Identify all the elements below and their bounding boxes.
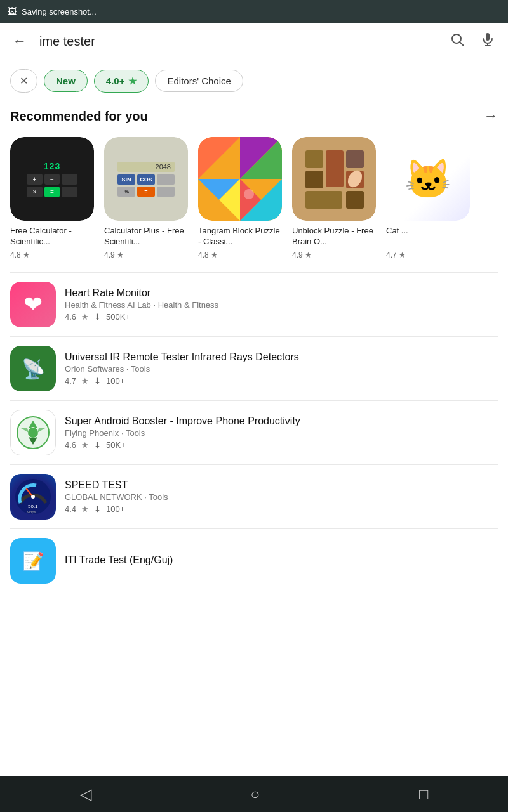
app-card-calculator-plus[interactable]: 2048 SIN COS % = Calculator Plus - Free … [99, 132, 193, 262]
filter-chips: ✕ New 4.0+ ★ Editors' Choice [0, 60, 508, 102]
svg-rect-2 [486, 33, 490, 41]
horizontal-app-list: 123 + − × = Free Calculator - Scientific… [0, 129, 508, 272]
svg-text:50.1: 50.1 [28, 504, 38, 509]
empty-btn2 [157, 187, 175, 197]
svg-rect-19 [305, 191, 342, 209]
svg-line-1 [460, 43, 464, 46]
iti-emoji: 📝 [22, 551, 44, 572]
card-rating-cat: 4.7 ★ [386, 251, 470, 259]
speed-icon: 50.1 Mbps [10, 474, 56, 520]
card-rating-tangram: 4.8 ★ [198, 251, 282, 259]
svg-text:Mbps: Mbps [27, 510, 36, 514]
star-icon: ★ [81, 312, 89, 322]
section-arrow-button[interactable]: → [484, 108, 498, 124]
svg-point-23 [28, 428, 38, 438]
ir-icon: 📡 [10, 346, 56, 391]
back-nav-button[interactable]: ◁ [67, 780, 104, 808]
app-meta-heart-rate: 4.6 ★ ⬇ 500K+ [65, 312, 498, 322]
download-icon: ⬇ [94, 376, 101, 386]
star-icon: ★ [81, 440, 89, 450]
home-nav-icon: ○ [251, 785, 260, 803]
eq-btn: = [137, 187, 155, 197]
recents-nav-icon: □ [419, 785, 429, 803]
search-button[interactable] [447, 29, 467, 53]
app-meta-speed: 4.4 ★ ⬇ 100+ [65, 504, 498, 514]
status-bar: 🖼 Saving screenshot... [0, 0, 508, 23]
calculator-plus-icon: 2048 SIN COS % = [104, 137, 188, 221]
speed-gauge-svg: 50.1 Mbps [14, 478, 52, 516]
star-icon: ★ [128, 75, 137, 87]
sin-btn: SIN [117, 174, 135, 185]
svg-rect-15 [326, 150, 344, 187]
calc-btn-empty [62, 174, 77, 185]
cat-icon-container: 🐱 [386, 137, 470, 221]
search-bar: ← [0, 23, 508, 60]
app-card-calculator[interactable]: 123 + − × = Free Calculator - Scientific… [5, 132, 99, 262]
calc2-display: 2048 [117, 162, 175, 172]
app-info-booster: Super Android Booster - Improve Phone Pr… [65, 416, 498, 450]
calc-btn-plus: + [27, 174, 43, 185]
app-card-cat[interactable]: 🐱 Cat ... 4.7 ★ [381, 132, 475, 262]
card-name-calculator-plus: Calculator Plus - Free Scientifi... [104, 226, 188, 249]
card-rating-unblock: 4.9 ★ [292, 251, 376, 259]
empty-btn [157, 174, 175, 185]
svg-marker-5 [198, 137, 240, 179]
mic-button[interactable] [478, 29, 498, 53]
card-name-cat: Cat ... [386, 226, 470, 249]
calc-btn-empty2 [62, 187, 77, 197]
unblock-svg [299, 144, 369, 214]
calc-buttons: + − × = [27, 174, 77, 197]
recommended-section-header: Recommended for you → [0, 102, 508, 129]
app-card-unblock[interactable]: Unblock Puzzle - Free Brain O... 4.9 ★ [287, 132, 381, 262]
pct-btn: % [117, 187, 135, 197]
download-icon: ⬇ [94, 504, 101, 514]
rating-chip[interactable]: 4.0+ ★ [94, 70, 149, 93]
cos-btn: COS [137, 174, 155, 185]
app-card-tangram[interactable]: Tangram Block Puzzle - Classi... 4.8 ★ [193, 132, 287, 262]
list-item-booster[interactable]: Super Android Booster - Improve Phone Pr… [0, 401, 508, 464]
back-nav-icon: ◁ [80, 785, 91, 803]
booster-icon [10, 410, 56, 455]
clear-filter-button[interactable]: ✕ [10, 69, 37, 93]
svg-point-12 [244, 189, 254, 199]
iti-icon: 📝 [10, 538, 56, 584]
calc-display: 123 [44, 161, 60, 171]
new-chip[interactable]: New [44, 70, 88, 92]
card-name-unblock: Unblock Puzzle - Free Brain O... [292, 226, 376, 249]
section-title: Recommended for you [10, 109, 148, 124]
heart-icon: ❤ [23, 291, 43, 318]
star-icon: ★ [81, 504, 89, 514]
editors-choice-chip[interactable]: Editors' Choice [155, 70, 243, 92]
download-icon: ⬇ [94, 440, 101, 450]
app-meta-booster: 4.6 ★ ⬇ 50K+ [65, 440, 498, 450]
remote-icon: 📡 [22, 358, 45, 380]
svg-rect-20 [346, 191, 364, 209]
svg-rect-14 [305, 150, 323, 168]
search-input[interactable] [39, 34, 437, 49]
card-rating-calculator-plus: 4.9 ★ [104, 251, 188, 259]
tangram-svg [198, 137, 282, 221]
list-item-speed-test[interactable]: 50.1 Mbps SPEED TEST GLOBAL NETWORK · To… [0, 465, 508, 528]
list-item-ir-remote[interactable]: 📡 Universal IR Remote Tester Infrared Ra… [0, 337, 508, 400]
home-nav-button[interactable]: ○ [238, 780, 273, 808]
unblock-icon-container [292, 137, 376, 221]
app-developer-booster: Flying Phoenix · Tools [65, 428, 498, 438]
app-info-iti: ITI Trade Test (Eng/Guj) [65, 554, 498, 567]
svg-rect-17 [305, 171, 323, 188]
app-info-ir: Universal IR Remote Tester Infrared Rays… [65, 351, 498, 386]
cat-emoji: 🐱 [404, 157, 452, 202]
app-info-speed: SPEED TEST GLOBAL NETWORK · Tools 4.4 ★ … [65, 480, 498, 514]
download-icon: ⬇ [94, 312, 101, 322]
close-icon: ✕ [20, 75, 28, 87]
star-icon: ★ [305, 251, 312, 259]
recents-nav-button[interactable]: □ [406, 780, 441, 808]
list-item-heart-rate[interactable]: ❤ Heart Rate Monitor Health & Fitness AI… [0, 273, 508, 336]
mic-icon [480, 32, 495, 47]
status-bar-text: Saving screenshot... [22, 7, 97, 16]
app-name-booster: Super Android Booster - Improve Phone Pr… [65, 416, 498, 427]
calc-btn-minus: − [44, 174, 60, 185]
list-item-iti[interactable]: 📝 ITI Trade Test (Eng/Guj) [0, 529, 508, 634]
back-button[interactable]: ← [10, 30, 29, 52]
screenshot-icon: 🖼 [8, 6, 17, 16]
star-icon: ★ [211, 251, 218, 259]
